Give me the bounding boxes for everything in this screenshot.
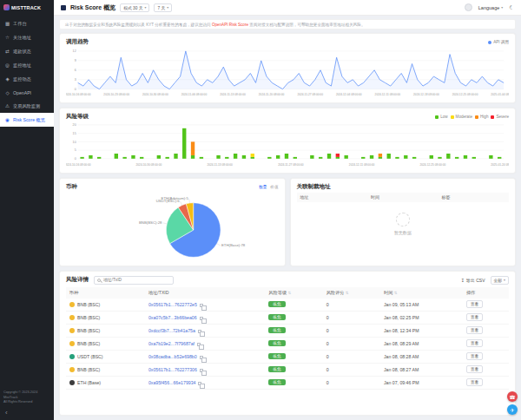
chevron-down-icon: ▾: [167, 5, 168, 10]
address-link[interactable]: 0x05617b1...762277306: [148, 367, 197, 372]
filter-select[interactable]: 全部 ▾: [491, 276, 510, 285]
export-csv-button[interactable]: ↧ 导出 CSV: [461, 278, 485, 283]
refund-status-icon: ⇄: [4, 49, 10, 54]
risk-score-value: 0: [323, 311, 380, 324]
copyright: Copyright © 2023-2024 MistTrack All Righ…: [0, 387, 54, 407]
risk-level-title: 风险等级: [66, 113, 89, 121]
coin-cell: BNB (BSC): [69, 341, 142, 346]
sidebar-item-5[interactable]: ◇OpenAPI: [0, 86, 54, 99]
legend-moderate[interactable]: Moderate: [451, 115, 472, 119]
sort-icon[interactable]: ⇅: [346, 291, 349, 295]
legend-swatch-icon: [475, 115, 478, 119]
logo[interactable]: MISTTRACK: [0, 0, 54, 16]
svg-text:3: 3: [75, 78, 76, 82]
api-call-legend[interactable]: API 调用: [488, 40, 509, 44]
sidebar-nav: ▦工作台☆关注地址⇄退款状态◎监控地址◈监控动态◇OpenAPI⚠交易风险监测◉…: [0, 16, 54, 127]
sort-icon[interactable]: ⇅: [394, 291, 398, 295]
copy-icon[interactable]: [200, 304, 203, 307]
address-link[interactable]: 0xa95f456...66e179934: [148, 380, 196, 385]
mode-select[interactable]: 模式 30 天 ▾: [120, 3, 149, 12]
risk-score-value: 0: [323, 350, 380, 363]
svg-text:2024-12-18 08:00:00: 2024-12-18 08:00:00: [413, 93, 439, 96]
svg-text:2024-11-20 08:00:00: 2024-11-20 08:00:00: [259, 93, 285, 96]
banner-text-before: 出于对您的数据安全和系统风险监测规则以及 KYT 分析重要性的考虑，建议您访问: [65, 23, 212, 27]
chevron-down-icon: ▾: [501, 5, 503, 10]
sidebar-item-7[interactable]: ◉Risk Score 概览: [0, 113, 54, 127]
view-button[interactable]: 查看: [466, 326, 483, 334]
sidebar-item-6[interactable]: ⚠交易风险监测: [0, 99, 54, 113]
svg-text:2024-10-30 08:00:00: 2024-10-30 08:00:00: [142, 93, 168, 96]
support-button[interactable]: ☎: [507, 391, 518, 402]
legend-low[interactable]: Low: [435, 115, 447, 119]
svg-text:2024-12-11 08:00:00: 2024-12-11 08:00:00: [375, 93, 401, 96]
address-link[interactable]: 0x08cadba...b52e698b0: [148, 354, 197, 359]
sidebar-item-label: 交易风险监测: [13, 103, 40, 109]
sidebar-item-0[interactable]: ▦工作台: [0, 16, 54, 30]
avatar[interactable]: [465, 3, 472, 11]
risk-level-badge: 低危: [268, 366, 285, 372]
sidebar-item-4[interactable]: ◈监控动态: [0, 72, 54, 86]
copy-icon[interactable]: [197, 343, 201, 346]
page-title: Risk Score 概览: [70, 3, 115, 12]
dark-mode-toggle-icon[interactable]: ☾: [509, 4, 514, 11]
copyright-line1: Copyright © 2023-2024 MistTrack: [3, 390, 50, 400]
search-icon: [97, 279, 101, 282]
row-time: Jan 08, 08:27 AM: [380, 363, 463, 376]
sanctioned-title: 关联制裁地址: [297, 183, 331, 191]
view-button[interactable]: 查看: [466, 378, 483, 386]
risk-column-header: 地址/TXID: [145, 287, 265, 299]
risk-score-value: 0: [323, 299, 380, 312]
empty-state: 暂无数据: [297, 213, 510, 235]
sidebar-item-1[interactable]: ☆关注地址: [0, 30, 54, 44]
risk-detail-toolbar: 风险详情 ↧ 导出 CSV 全部 ▾: [66, 276, 509, 285]
top-bar: Risk Score 概览 模式 30 天 ▾ 7 天 ▾ Language ▾…: [54, 0, 521, 16]
range-select[interactable]: 7 天 ▾: [154, 3, 172, 12]
coin-cell: BNB (BSC): [69, 367, 142, 372]
toggle-value[interactable]: 价值: [270, 185, 278, 189]
copy-icon[interactable]: [200, 369, 203, 372]
view-button[interactable]: 查看: [466, 300, 483, 308]
language-select[interactable]: Language ▾: [478, 5, 503, 10]
legend-swatch-icon: [451, 115, 454, 119]
risk-column-header[interactable]: 风险等级 ⇅: [265, 287, 322, 299]
coin-icon: [69, 328, 75, 333]
sidebar-item-3[interactable]: ◎监控地址: [0, 58, 54, 72]
sort-icon[interactable]: ⇅: [288, 291, 292, 295]
coin-cell: ETH (Base): [69, 380, 142, 385]
copyright-line2: All Rights Reserved: [3, 400, 50, 405]
logo-text: MISTTRACK: [11, 5, 41, 10]
svg-text:BNB(BSC):28: BNB(BSC):28: [139, 220, 162, 225]
toggle-quantity[interactable]: 数量: [259, 185, 267, 189]
sidebar-item-label: Risk Score 概览: [13, 117, 45, 123]
address-link[interactable]: 0x05617b1...7622772e5: [148, 302, 197, 307]
view-button[interactable]: 查看: [466, 339, 483, 347]
main-area: Risk Score 概览 模式 30 天 ▾ 7 天 ▾ Language ▾…: [54, 0, 521, 420]
search-input[interactable]: [103, 278, 170, 282]
view-button[interactable]: 查看: [466, 313, 483, 321]
tx-risk-icon: ⚠: [4, 103, 10, 108]
view-button[interactable]: 查看: [466, 352, 483, 360]
risk-level-badge: 低危: [268, 340, 285, 346]
risk-column-header[interactable]: 时间 ⇅: [380, 287, 463, 299]
copy-icon[interactable]: [198, 330, 201, 333]
copy-icon[interactable]: [200, 317, 203, 320]
svg-text:2024-10-16 08:00:00: 2024-10-16 08:00:00: [66, 93, 91, 96]
sidebar-item-2[interactable]: ⇄退款状态: [0, 44, 54, 58]
address-link[interactable]: 0xa7b19e2...7f79687af: [148, 341, 195, 346]
banner-text-after: 查阅对接文档与配置说明，可帮助您更全面地审查地址相关风险。: [248, 23, 366, 27]
row-time: Jan 07, 09:46 PM: [380, 376, 463, 389]
risk-column-header[interactable]: 风险评分 ⇅: [323, 287, 380, 299]
svg-text:9: 9: [75, 59, 76, 62]
openapi-risk-score-link[interactable]: OpenAPI Risk Score: [212, 23, 248, 27]
telegram-button[interactable]: ✈: [507, 404, 518, 415]
sidebar-collapse-button[interactable]: ‹: [0, 407, 54, 420]
table-row: BNB (BSC)0xdccf3b7...72b41a75a低危0Jan 08,…: [66, 324, 509, 337]
sanctioned-column-header: 标签: [439, 193, 510, 202]
address-link[interactable]: 0xa07c5b7...3b66bea06: [148, 315, 197, 320]
copy-icon[interactable]: [200, 356, 203, 359]
address-link[interactable]: 0xdccf3b7...72b41a75a: [148, 328, 195, 333]
copy-icon[interactable]: [198, 382, 201, 385]
legend-severe[interactable]: Severe: [491, 115, 509, 119]
view-button[interactable]: 查看: [466, 365, 483, 373]
legend-high[interactable]: High: [475, 115, 488, 119]
